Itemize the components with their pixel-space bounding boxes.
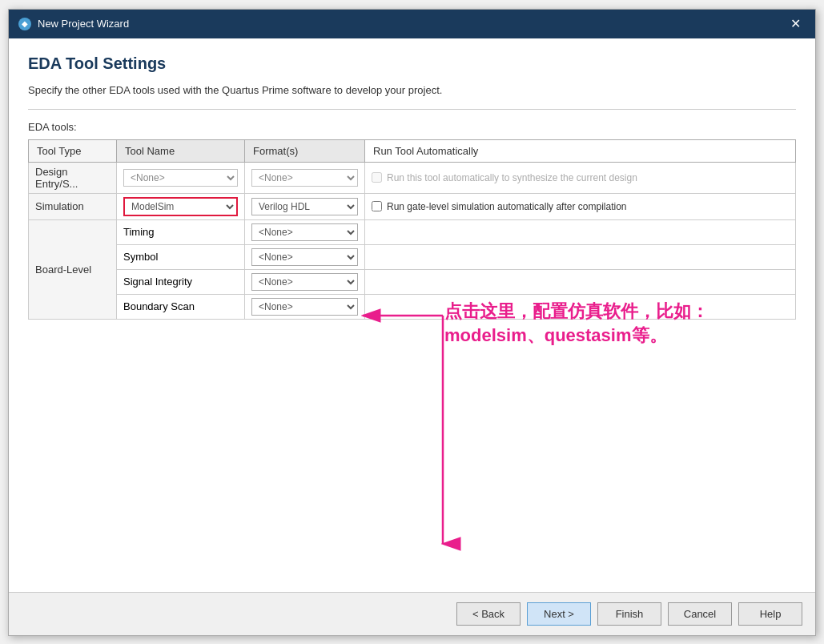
signal-integrity-format: <None>: [245, 269, 365, 294]
page-description: Specify the other EDA tools used with th…: [28, 84, 796, 96]
board-level-type: Board-Level: [29, 219, 117, 319]
design-entry-tool-name: <None>: [117, 162, 245, 193]
simulation-format: Verilog HDL VHDL SystemVerilog HDL: [245, 193, 365, 219]
design-entry-type: Design Entry/S...: [29, 162, 117, 193]
footer: < Back Next > Finish Cancel Help: [9, 592, 815, 635]
table-row-timing: Board-Level Timing <None>: [29, 219, 796, 244]
timing-format: <None>: [245, 219, 365, 244]
symbol-format-select[interactable]: <None>: [251, 248, 358, 266]
cancel-button[interactable]: Cancel: [668, 602, 732, 626]
boundary-scan-name: Boundary Scan: [117, 294, 245, 319]
simulation-format-select[interactable]: Verilog HDL VHDL SystemVerilog HDL: [251, 198, 358, 215]
design-entry-checkbox[interactable]: [372, 172, 382, 183]
timing-format-select[interactable]: <None>: [251, 223, 358, 241]
table-row-simulation: Simulation ModelSim ModelSim-Altera Ques…: [29, 193, 796, 219]
col-tool-name: Tool Name: [117, 139, 245, 162]
empty-area: [28, 320, 796, 576]
col-formats: Format(s): [245, 139, 365, 162]
finish-button[interactable]: Finish: [597, 602, 661, 626]
design-entry-tool-select[interactable]: <None>: [123, 169, 238, 187]
dialog-window: ◆ New Project Wizard ✕ EDA Tool Settings…: [8, 9, 816, 636]
next-button[interactable]: Next >: [527, 602, 591, 626]
simulation-tool-select[interactable]: ModelSim ModelSim-Altera QuestaSim <None…: [123, 197, 238, 216]
symbol-format: <None>: [245, 244, 365, 269]
boundary-scan-format-select[interactable]: <None>: [251, 298, 358, 316]
table-area: 点击这里，配置仿真软件，比如： modelsim、questasim等。: [28, 139, 796, 576]
signal-integrity-run-auto: [365, 269, 796, 294]
design-entry-run-auto: Run this tool automatically to synthesiz…: [365, 162, 796, 193]
boundary-scan-run-auto: [365, 294, 796, 319]
design-entry-format-select[interactable]: <None>: [251, 169, 358, 187]
simulation-auto-text: Run gate-level simulation automatically …: [387, 201, 626, 212]
table-row-boundary-scan: Boundary Scan <None>: [29, 294, 796, 319]
title-bar: ◆ New Project Wizard ✕: [9, 10, 815, 38]
back-button[interactable]: < Back: [456, 602, 521, 626]
signal-integrity-format-select[interactable]: <None>: [251, 273, 358, 291]
col-tool-type: Tool Type: [29, 139, 117, 162]
simulation-checkbox[interactable]: [372, 201, 382, 211]
content-area: EDA Tool Settings Specify the other EDA …: [9, 38, 815, 592]
table-row-symbol: Symbol <None>: [29, 244, 796, 269]
app-icon: ◆: [18, 18, 31, 30]
signal-integrity-name: Signal Integrity: [117, 269, 245, 294]
close-button[interactable]: ✕: [786, 16, 806, 32]
simulation-run-auto: Run gate-level simulation automatically …: [365, 193, 796, 219]
symbol-name: Symbol: [117, 244, 245, 269]
col-run-auto: Run Tool Automatically: [365, 139, 796, 162]
simulation-checkbox-cell: Run gate-level simulation automatically …: [372, 201, 789, 212]
help-button[interactable]: Help: [738, 602, 802, 626]
table-row-design-entry: Design Entry/S... <None> <None>: [29, 162, 796, 193]
section-label: EDA tools:: [28, 121, 796, 133]
simulation-tool-name: ModelSim ModelSim-Altera QuestaSim <None…: [117, 193, 245, 219]
separator: [28, 109, 796, 110]
table-row-signal-integrity: Signal Integrity <None>: [29, 269, 796, 294]
boundary-scan-format: <None>: [245, 294, 365, 319]
simulation-type: Simulation: [29, 193, 117, 219]
symbol-run-auto: [365, 244, 796, 269]
dialog-title: New Project Wizard: [38, 18, 129, 30]
table-header-row: Tool Type Tool Name Format(s) Run Tool A…: [29, 139, 796, 162]
design-entry-checkbox-cell: Run this tool automatically to synthesiz…: [372, 172, 789, 183]
timing-run-auto: [365, 219, 796, 244]
eda-table: Tool Type Tool Name Format(s) Run Tool A…: [28, 139, 796, 320]
design-entry-format: <None>: [245, 162, 365, 193]
timing-name: Timing: [117, 219, 245, 244]
design-entry-auto-text: Run this tool automatically to synthesiz…: [387, 172, 637, 183]
title-bar-left: ◆ New Project Wizard: [18, 18, 129, 30]
page-title: EDA Tool Settings: [28, 54, 796, 73]
